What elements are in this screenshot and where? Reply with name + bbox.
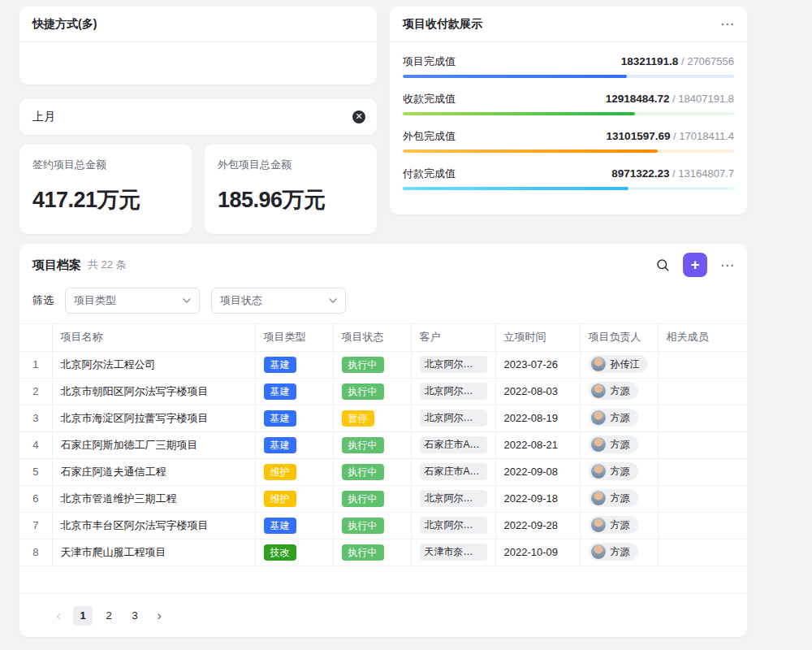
project-type-tag[interactable]: 基建: [264, 410, 296, 427]
progress-row: 项目完成值 18321191.8 / 27067556: [403, 54, 734, 78]
customer-chip[interactable]: 北京阿尔法工…: [420, 490, 487, 507]
customer-chip[interactable]: 北京阿尔法工…: [420, 517, 487, 534]
project-type-tag[interactable]: 维护: [264, 491, 296, 507]
clear-filter-icon[interactable]: ✕: [352, 110, 365, 124]
table-row[interactable]: 4石家庄阿斯加德工厂三期项目基建执行中石家庄市A县…2022-08-21方源: [19, 431, 747, 458]
bar-track: [403, 75, 734, 78]
owner-chip[interactable]: 方源: [589, 382, 638, 400]
customer-chip[interactable]: 石家庄市A县…: [420, 463, 487, 480]
table-row[interactable]: 6北京市管道维护三期工程维护执行中北京阿尔法工…2022-09-18方源: [19, 485, 747, 512]
owner-chip[interactable]: 方源: [589, 543, 638, 561]
project-name-cell[interactable]: 北京市朝阳区阿尔法写字楼项目: [52, 378, 255, 405]
owner-chip[interactable]: 方源: [589, 462, 638, 480]
column-members[interactable]: 相关成员: [658, 324, 747, 351]
owner-name: 方源: [611, 518, 630, 532]
payment-display-card: 项目收付款展示 ⋯ 项目完成值 18321191.8 / 27067556 收款…: [390, 6, 747, 214]
project-status-tag[interactable]: 执行中: [342, 357, 384, 373]
table-header-row: 项目名称 项目类型 项目状态 客户 立项时间 项目负责人 相关成员: [19, 324, 747, 351]
pagination-page-3[interactable]: 3: [125, 606, 145, 626]
column-owner[interactable]: 项目负责人: [580, 324, 658, 351]
search-icon[interactable]: [655, 258, 670, 272]
owner-chip[interactable]: 方源: [589, 489, 638, 507]
project-status-tag[interactable]: 执行中: [342, 491, 384, 507]
project-type-tag[interactable]: 基建: [264, 357, 296, 373]
customer-chip[interactable]: 北京阿尔法工…: [420, 383, 487, 400]
project-status-select[interactable]: 项目状态: [211, 288, 346, 314]
project-status-tag[interactable]: 暂停: [342, 410, 374, 427]
record-count: 共 22 条: [88, 258, 127, 272]
bar-value: 13101597.69: [607, 130, 671, 142]
start-date-cell: 2022-09-18: [495, 485, 580, 512]
table-row[interactable]: 8天津市爬山服工程项目技改执行中天津市奈文…2022-10-09方源: [19, 539, 747, 566]
project-status-tag[interactable]: 执行中: [342, 384, 384, 400]
customer-chip[interactable]: 天津市奈文…: [420, 544, 487, 561]
customer-chip[interactable]: 北京阿尔法工…: [420, 410, 487, 427]
project-name-cell[interactable]: 石家庄阿斯加德工厂三期项目: [52, 431, 255, 458]
pagination-prev-icon[interactable]: ‹: [50, 606, 67, 626]
project-type-tag[interactable]: 技改: [264, 544, 296, 561]
project-name-cell[interactable]: 北京市海淀区阿拉蕾写字楼项目: [52, 405, 255, 431]
chevron-down-icon: [183, 298, 191, 303]
members-cell: [658, 431, 747, 458]
start-date-cell: 2022-10-09: [495, 539, 580, 566]
bar-total: / 13164807.7: [669, 167, 734, 180]
column-customer[interactable]: 客户: [411, 324, 495, 351]
project-name-cell[interactable]: 北京市丰台区阿尔法写字楼项目: [52, 512, 255, 539]
project-type-tag[interactable]: 基建: [264, 518, 296, 534]
pagination-page-1[interactable]: 1: [73, 606, 93, 626]
project-name-cell[interactable]: 石家庄阿道夫通信工程: [52, 458, 255, 485]
bar-label: 收款完成值: [403, 92, 456, 106]
project-type-select[interactable]: 项目类型: [65, 288, 200, 314]
project-status-tag[interactable]: 执行中: [342, 437, 384, 453]
owner-name: 方源: [611, 384, 630, 398]
bar-label: 项目完成值: [403, 54, 456, 69]
project-type-tag[interactable]: 基建: [264, 437, 296, 453]
members-cell: [658, 351, 747, 378]
column-project-status[interactable]: 项目状态: [333, 324, 411, 351]
project-status-tag[interactable]: 执行中: [342, 518, 384, 534]
bar-total: / 18407191.8: [669, 93, 734, 105]
more-menu-icon[interactable]: ⋯: [720, 17, 734, 31]
project-status-tag[interactable]: 执行中: [342, 464, 384, 480]
stat-label: 外包项目总金额: [218, 158, 364, 172]
progress-row: 付款完成值 8971322.23 / 13164807.7: [403, 166, 734, 190]
bar-track: [403, 150, 734, 153]
avatar-icon: [591, 384, 606, 398]
pagination-next-icon[interactable]: ›: [151, 606, 167, 626]
project-table: 项目名称 项目类型 项目状态 客户 立项时间 项目负责人 相关成员 1北京阿尔法…: [19, 324, 747, 566]
owner-chip[interactable]: 方源: [589, 436, 638, 453]
customer-chip[interactable]: 北京阿尔法工…: [420, 356, 487, 373]
project-name-cell[interactable]: 天津市爬山服工程项目: [52, 539, 255, 566]
owner-chip[interactable]: 方源: [589, 516, 638, 534]
project-name-cell[interactable]: 北京市管道维护三期工程: [52, 485, 255, 512]
table-row[interactable]: 3北京市海淀区阿拉蕾写字楼项目基建暂停北京阿尔法工…2022-08-19方源: [19, 405, 747, 431]
bar-track: [403, 187, 734, 190]
row-index: 1: [19, 351, 52, 378]
table-more-menu-icon[interactable]: ⋯: [720, 258, 734, 272]
project-type-tag[interactable]: 基建: [264, 384, 296, 400]
date-filter[interactable]: 上月 ✕: [19, 99, 377, 135]
avatar-icon: [591, 518, 606, 532]
column-project-name[interactable]: 项目名称: [52, 324, 255, 351]
table-row[interactable]: 5石家庄阿道夫通信工程维护执行中石家庄市A县…2022-09-08方源: [19, 458, 747, 485]
project-name-cell[interactable]: 北京阿尔法工程公司: [52, 351, 255, 378]
owner-chip[interactable]: 方源: [589, 409, 638, 427]
column-start-date[interactable]: 立项时间: [495, 324, 580, 351]
pagination-page-2[interactable]: 2: [99, 606, 119, 626]
table-row[interactable]: 7北京市丰台区阿尔法写字楼项目基建执行中北京阿尔法工…2022-09-28方源: [19, 512, 747, 539]
table-row[interactable]: 2北京市朝阳区阿尔法写字楼项目基建执行中北京阿尔法工…2022-08-03方源: [19, 378, 747, 405]
column-project-type[interactable]: 项目类型: [255, 324, 333, 351]
project-type-tag[interactable]: 维护: [264, 464, 296, 480]
table-title: 项目档案: [32, 258, 81, 273]
members-cell: [658, 512, 747, 539]
members-cell: [658, 378, 747, 405]
project-status-tag[interactable]: 执行中: [342, 544, 384, 561]
customer-chip[interactable]: 石家庄市A县…: [420, 436, 487, 453]
members-cell: [658, 485, 747, 512]
owner-chip[interactable]: 孙传江: [589, 355, 648, 373]
table-row[interactable]: 1北京阿尔法工程公司基建执行中北京阿尔法工…2023-07-26孙传江: [19, 351, 747, 378]
row-index: 8: [19, 539, 52, 566]
avatar-icon: [591, 437, 606, 452]
row-index: 7: [19, 512, 52, 539]
add-record-button[interactable]: +: [683, 253, 707, 277]
